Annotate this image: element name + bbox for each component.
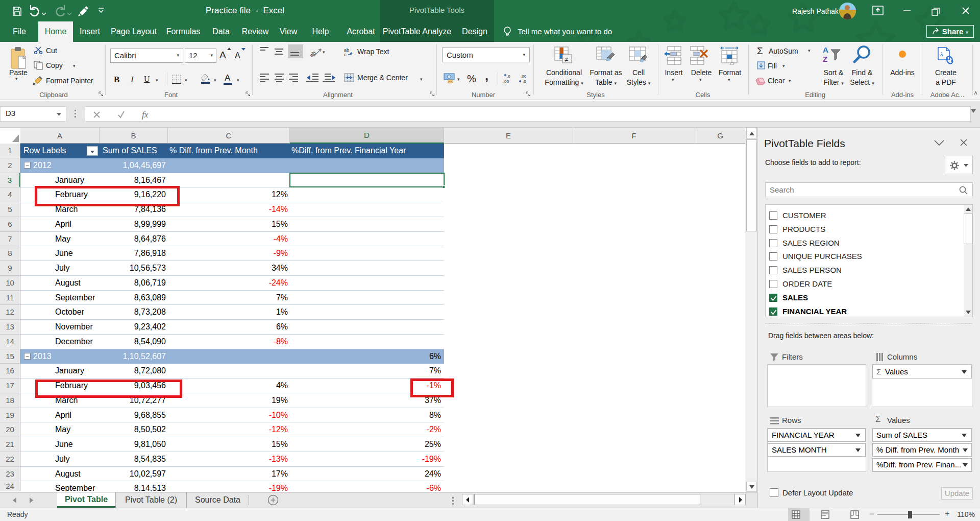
svg-text:fx: fx xyxy=(142,110,149,120)
svg-text:A: A xyxy=(235,51,240,60)
svg-text:.0: .0 xyxy=(507,74,510,79)
svg-text:.00: .00 xyxy=(503,79,509,84)
svg-text:Z: Z xyxy=(823,55,827,63)
svg-text:≠: ≠ xyxy=(565,56,568,63)
svg-text:λ: λ xyxy=(940,51,943,57)
svg-text:A: A xyxy=(823,45,828,54)
svg-text:A: A xyxy=(219,50,226,60)
svg-text:.0: .0 xyxy=(523,79,526,84)
svg-text:.00: .00 xyxy=(521,74,527,79)
svg-text:c: c xyxy=(344,52,347,57)
